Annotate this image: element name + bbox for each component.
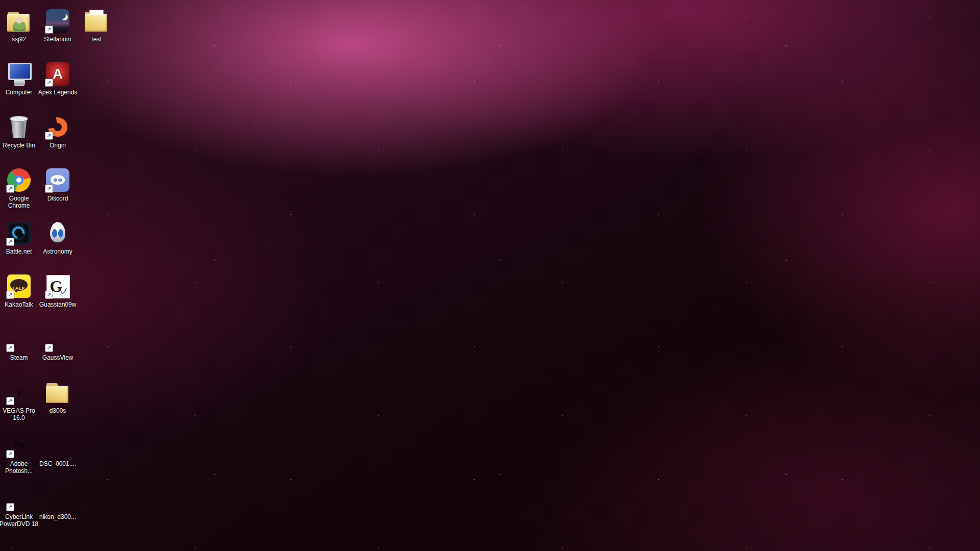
desktop-icon-cyberlink-powerdvd[interactable]: ↗CyberLink PowerDVD 18 (0, 485, 40, 528)
desktop-icon-label: Origin (36, 142, 79, 149)
desktop-icon-ssj92[interactable]: ssj92 (0, 8, 40, 43)
desktop-icon-test[interactable]: test (75, 8, 118, 43)
desktop-icon-google-chrome[interactable]: ↗Google Chrome (0, 167, 40, 209)
desktop-icon-label: nikon_d300... (36, 513, 79, 520)
dsc-0001-icon (44, 432, 71, 459)
desktop-icon-label: VEGAS Pro 16.0 (0, 407, 40, 421)
shortcut-arrow-icon: ↗ (6, 344, 14, 352)
shortcut-arrow-icon: ↗ (6, 291, 14, 299)
desktop-icon-astronomy[interactable]: Astronomy (36, 220, 79, 255)
desktop-icon-label: Adobe Photosh... (0, 460, 40, 474)
desktop-icon-label: d300s (36, 407, 79, 414)
shortcut-arrow-icon: ↗ (6, 503, 14, 511)
desktop-icon-dsc-0001[interactable]: DSC_0001.... (36, 432, 79, 467)
desktop-icon-d300s[interactable]: d300s (36, 379, 79, 414)
shortcut-arrow-icon: ↗ (45, 185, 53, 193)
desktop-icon-label: Battle.net (0, 248, 40, 255)
desktop-icon-gaussview[interactable]: ↗GaussView (36, 326, 79, 361)
cyberlink-powerdvd-icon: ↗ (6, 485, 32, 512)
kakaotalk-icon: TALK↗ (6, 273, 32, 299)
apex-legends-icon: A↗ (44, 61, 71, 87)
desktop-icon-label: Recycle Bin (0, 142, 40, 149)
desktop-icon-battle-net[interactable]: ↗Battle.net (0, 220, 40, 255)
desktop-icon-label: test (75, 36, 118, 43)
shortcut-arrow-icon: ↗ (45, 344, 53, 352)
desktop-icon-label: Steam (0, 354, 40, 361)
recycle-bin-icon (6, 114, 32, 140)
desktop-icon-computer[interactable]: Computer (0, 61, 40, 96)
discord-icon: ↗ (44, 167, 71, 193)
desktop-icon-label: Guassian09w (36, 301, 79, 308)
stellarium-icon: ↗ (44, 8, 71, 34)
desktop-icon-label: Astronomy (36, 248, 79, 255)
steam-icon: ↗ (6, 326, 32, 353)
desktop-icon-label: Google Chrome (0, 195, 40, 209)
desktop-icon-nikon-d300[interactable]: nikon_d300... (36, 485, 79, 520)
guassian09w-icon: G↗ (44, 273, 71, 299)
person-icon (13, 17, 26, 31)
paper-icon (89, 10, 104, 26)
desktop-icon-guassian09w[interactable]: G↗Guassian09w (36, 273, 79, 308)
google-chrome-icon: ↗ (6, 167, 32, 193)
desktop-icon-stellarium[interactable]: ↗Stellarium (36, 8, 79, 43)
desktop-icon-discord[interactable]: ↗Discord (36, 167, 79, 202)
desktop-icon-label: CyberLink PowerDVD 18 (0, 513, 40, 528)
desktop-icon-label: Apex Legends (36, 89, 79, 96)
desktop-icon-label: ssj92 (0, 36, 40, 43)
desktop-icon-apex-legends[interactable]: A↗Apex Legends (36, 61, 79, 96)
desktop-icon-label: KakaoTalk (0, 301, 40, 308)
desktop-icon-kakaotalk[interactable]: TALK↗KakaoTalk (0, 273, 40, 308)
desktop-icon-origin[interactable]: ↗Origin (36, 114, 79, 149)
adobe-photoshop-icon: Ps↗ (6, 432, 32, 459)
d300s-icon (44, 379, 71, 406)
battle-net-icon: ↗ (6, 220, 32, 246)
shortcut-arrow-icon: ↗ (6, 397, 14, 405)
desktop-icon-label: GaussView (36, 354, 79, 361)
gaussview-icon: ↗ (44, 326, 71, 353)
shortcut-arrow-icon: ↗ (45, 79, 53, 87)
shortcut-arrow-icon: ↗ (45, 132, 53, 140)
desktop-icon-label: Computer (0, 89, 40, 96)
computer-icon (6, 61, 32, 87)
desktop-icon-label: Discord (36, 195, 79, 202)
desktop-icon-vegas-pro[interactable]: V↗VEGAS Pro 16.0 (0, 379, 40, 421)
shortcut-arrow-icon: ↗ (6, 450, 14, 458)
desktop-icon-label: Stellarium (36, 36, 79, 43)
ssj92-icon (6, 8, 32, 34)
shortcut-arrow-icon: ↗ (45, 26, 53, 34)
desktop-icon-grid: ssj92ComputerRecycle Bin↗Google Chrome↗B… (0, 0, 980, 551)
test-icon (83, 8, 110, 34)
shortcut-arrow-icon: ↗ (45, 291, 53, 299)
shortcut-arrow-icon: ↗ (6, 238, 14, 246)
vegas-pro-icon: V↗ (6, 379, 32, 406)
astronomy-icon (44, 220, 71, 246)
shortcut-arrow-icon: ↗ (6, 185, 14, 193)
nikon-d300-icon (44, 485, 71, 512)
desktop-icon-label: DSC_0001.... (36, 460, 79, 467)
desktop-icon-recycle-bin[interactable]: Recycle Bin (0, 114, 40, 149)
origin-icon: ↗ (44, 114, 71, 140)
desktop-icon-steam[interactable]: ↗Steam (0, 326, 40, 361)
desktop-icon-adobe-photoshop[interactable]: Ps↗Adobe Photosh... (0, 432, 40, 474)
